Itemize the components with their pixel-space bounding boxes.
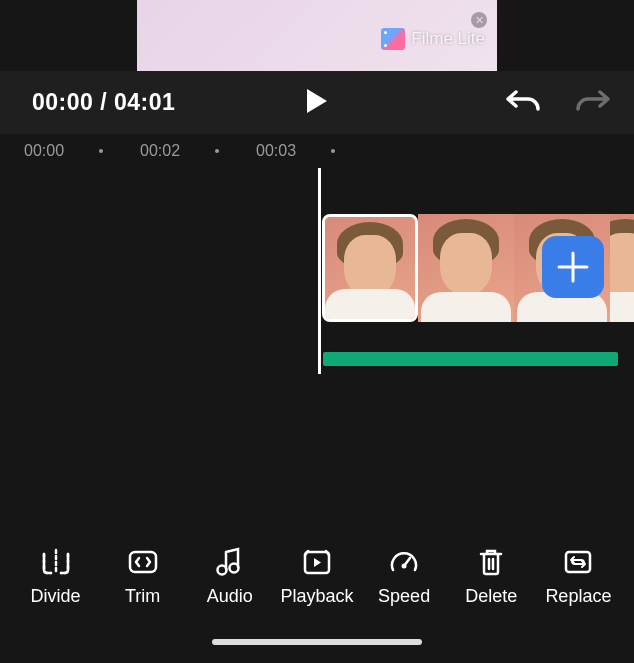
delete-button[interactable]: Delete xyxy=(452,548,530,607)
trim-icon xyxy=(127,548,159,576)
undo-icon xyxy=(506,88,540,114)
playback-icon xyxy=(301,548,333,576)
preview-frame[interactable]: ✕ Filme Lite xyxy=(137,0,497,71)
watermark: Filme Lite xyxy=(381,28,485,50)
svg-rect-1 xyxy=(130,552,156,572)
tool-label: Delete xyxy=(465,586,517,607)
watermark-text: Filme Lite xyxy=(411,29,485,49)
time-display: 00:00 / 04:01 xyxy=(32,89,175,116)
delete-icon xyxy=(475,548,507,576)
clip-thumbnail[interactable] xyxy=(322,214,418,322)
tool-label: Replace xyxy=(545,586,611,607)
video-preview: ✕ Filme Lite xyxy=(0,0,634,71)
svg-rect-7 xyxy=(566,552,590,572)
speed-button[interactable]: Speed xyxy=(365,548,443,607)
timeline-ruler[interactable]: 00:00 00:02 00:03 xyxy=(0,134,634,168)
tool-label: Audio xyxy=(207,586,253,607)
replace-button[interactable]: Replace xyxy=(539,548,617,607)
timeline[interactable] xyxy=(0,168,634,398)
svg-line-6 xyxy=(404,558,410,566)
ruler-tick-label: 00:00 xyxy=(24,142,64,160)
divide-icon xyxy=(40,548,72,576)
audio-button[interactable]: Audio xyxy=(191,548,269,607)
tool-label: Trim xyxy=(125,586,160,607)
audio-icon xyxy=(214,548,246,576)
ruler-tick-label: 00:02 xyxy=(140,142,180,160)
close-watermark-button[interactable]: ✕ xyxy=(471,12,487,28)
filme-logo-icon xyxy=(381,28,405,50)
ruler-dot xyxy=(215,149,219,153)
plus-icon xyxy=(555,249,591,285)
trim-button[interactable]: Trim xyxy=(104,548,182,607)
svg-point-2 xyxy=(217,566,226,575)
replace-icon xyxy=(562,548,594,576)
total-time: 04:01 xyxy=(114,89,175,115)
play-icon xyxy=(305,87,329,115)
play-button[interactable] xyxy=(305,87,329,119)
ruler-tick-label: 00:03 xyxy=(256,142,296,160)
ruler-dot xyxy=(99,149,103,153)
redo-icon xyxy=(576,88,610,114)
home-indicator[interactable] xyxy=(212,639,422,645)
tool-label: Divide xyxy=(31,586,81,607)
playback-controls: 00:00 / 04:01 xyxy=(0,71,634,134)
clip-thumbnail[interactable] xyxy=(418,214,514,322)
undo-button[interactable] xyxy=(506,88,540,118)
divide-button[interactable]: Divide xyxy=(17,548,95,607)
ruler-dot xyxy=(331,149,335,153)
clip-thumbnail[interactable] xyxy=(610,214,634,322)
add-clip-button[interactable] xyxy=(542,236,604,298)
playhead[interactable] xyxy=(318,168,321,374)
redo-button[interactable] xyxy=(576,88,610,118)
audio-track[interactable] xyxy=(323,352,618,366)
svg-point-3 xyxy=(229,564,238,573)
playback-button[interactable]: Playback xyxy=(278,548,356,607)
tool-label: Speed xyxy=(378,586,430,607)
edit-toolbar: Divide Trim Audio Playback Speed Delete xyxy=(0,548,634,607)
speed-icon xyxy=(388,548,420,576)
tool-label: Playback xyxy=(280,586,353,607)
current-time: 00:00 xyxy=(32,89,93,115)
